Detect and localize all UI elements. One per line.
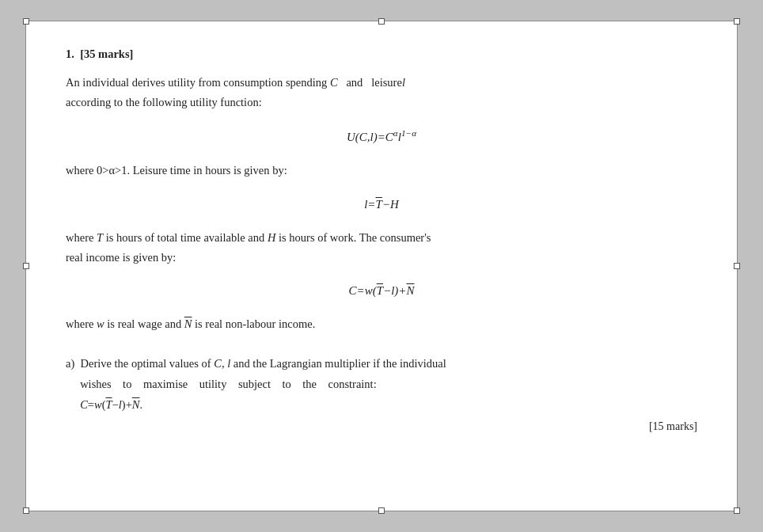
- handle-mr[interactable]: [734, 263, 740, 269]
- handle-bl[interactable]: [23, 507, 29, 514]
- condition-text: where 0>α>1. Leisure time in hours is gi…: [66, 161, 697, 180]
- intro-leisure: leisure: [371, 76, 402, 89]
- handle-tr[interactable]: [734, 18, 740, 25]
- handle-tl[interactable]: [23, 18, 29, 25]
- var-l-italic: l: [402, 76, 405, 89]
- part-a-text: a) Derive the optimal values of C, l and…: [66, 353, 697, 415]
- part-a-marks: [15 marks]: [66, 418, 697, 435]
- part-a-label: a): [66, 357, 74, 370]
- question-header: 1. [35 marks]: [66, 45, 697, 63]
- question-number-text: 1.: [66, 48, 74, 60]
- income-formula-block: C=w(T−l)+N: [66, 281, 697, 300]
- handle-tm[interactable]: [378, 18, 385, 25]
- utility-formula: U(C,l)=Cαl1−α: [347, 126, 416, 146]
- condition-content: where 0>α>1. Leisure time in hours is gi…: [66, 164, 287, 177]
- handle-br[interactable]: [734, 507, 740, 514]
- wage-text-block: where w is real wage and N is real non-l…: [66, 314, 697, 334]
- leisure-formula-block: l=T−H: [66, 195, 697, 214]
- utility-formula-block: U(C,l)=Cαl1−α: [66, 126, 697, 146]
- part-a-block: a) Derive the optimal values of C, l and…: [66, 353, 697, 436]
- var-C: C: [330, 76, 338, 89]
- intro-paragraph: An individual derives utility from consu…: [66, 73, 697, 112]
- handle-ml[interactable]: [23, 263, 29, 269]
- intro-and: and: [346, 76, 363, 89]
- intro-text-start: An individual derives utility from consu…: [66, 76, 327, 89]
- th-explanation: where T is hours of total time available…: [66, 228, 697, 267]
- income-formula: C=w(T−l)+N: [349, 281, 415, 300]
- page-container: 1. [35 marks] An individual derives util…: [25, 21, 738, 511]
- leisure-formula: l=T−H: [364, 195, 399, 214]
- handle-bm[interactable]: [378, 507, 385, 514]
- content-area: 1. [35 marks] An individual derives util…: [66, 45, 697, 436]
- question-marks: [35 marks]: [80, 48, 133, 60]
- N-overline: N: [184, 317, 192, 330]
- intro-rest: according to the following utility funct…: [66, 96, 262, 108]
